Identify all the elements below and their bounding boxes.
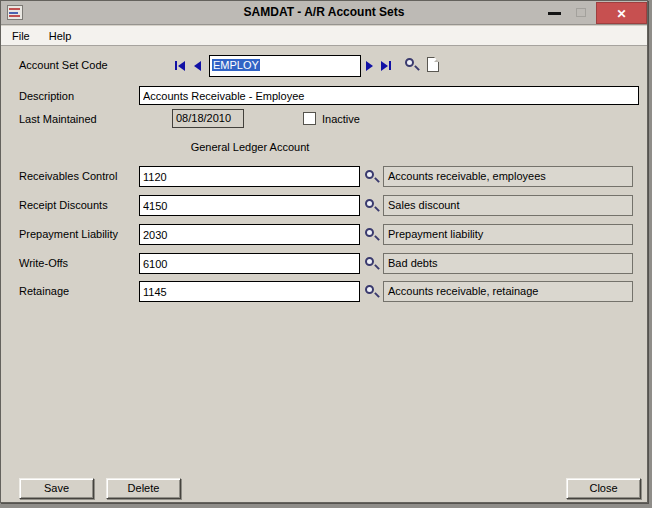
inactive-checkbox[interactable] (303, 112, 316, 125)
delete-button[interactable]: Delete (106, 478, 181, 499)
nav-last-button[interactable] (381, 60, 391, 71)
maximize-icon (576, 8, 586, 17)
description-label: Description (19, 90, 74, 102)
gl-account-description: Bad debts (383, 253, 633, 274)
new-record-icon[interactable] (427, 57, 439, 72)
finder-search-icon[interactable] (364, 256, 380, 272)
title-bar: SAMDAT - A/R Account Sets ✕ (1, 1, 647, 25)
gl-account-description: Accounts receivable, employees (383, 166, 633, 187)
gl-row-label: Receivables Control (19, 170, 117, 182)
account-set-code-input[interactable]: EMPLOY (209, 55, 361, 77)
gl-account-input[interactable] (139, 195, 360, 216)
nav-first-button[interactable] (175, 60, 185, 71)
nav-previous-button[interactable] (194, 60, 201, 71)
finder-search-icon[interactable] (364, 198, 380, 214)
finder-search-icon[interactable] (404, 57, 420, 73)
gl-section-header: General Ledger Account (139, 141, 361, 153)
gl-row-label: Retainage (19, 285, 69, 297)
gl-row-label: Prepayment Liability (19, 228, 118, 240)
last-maintained-value: 08/18/2010 (172, 109, 244, 128)
maximize-button[interactable] (568, 1, 594, 24)
menu-file[interactable]: File (4, 26, 38, 46)
last-maintained-label: Last Maintained (19, 113, 97, 125)
minimize-icon (548, 12, 561, 15)
gl-account-input[interactable] (139, 224, 360, 245)
gl-account-description: Accounts receivable, retainage (383, 281, 633, 302)
menu-bar: File Help (1, 26, 647, 46)
menu-help[interactable]: Help (41, 26, 80, 46)
gl-row-label: Receipt Discounts (19, 199, 108, 211)
nav-next-button[interactable] (366, 60, 373, 71)
close-window-button[interactable]: ✕ (596, 2, 647, 24)
finder-search-icon[interactable] (364, 284, 380, 300)
gl-account-description: Sales discount (383, 195, 633, 216)
save-button[interactable]: Save (19, 478, 94, 499)
gl-row-label: Write-Offs (19, 257, 68, 269)
account-set-code-value: EMPLOY (212, 59, 260, 71)
minimize-button[interactable] (541, 1, 567, 24)
account-set-code-label: Account Set Code (19, 59, 108, 71)
gl-account-input[interactable] (139, 253, 360, 274)
gl-account-input[interactable] (139, 166, 360, 187)
app-window: SAMDAT - A/R Account Sets ✕ File Help Ac… (0, 0, 648, 503)
inactive-label: Inactive (322, 113, 360, 125)
finder-search-icon[interactable] (364, 169, 380, 185)
gl-account-input[interactable] (139, 281, 360, 302)
gl-account-description: Prepayment liability (383, 224, 633, 245)
form-area: Account Set Code EMPLOY Description Last… (1, 47, 647, 502)
close-button[interactable]: Close (566, 478, 641, 499)
finder-search-icon[interactable] (364, 227, 380, 243)
description-input[interactable] (139, 86, 639, 105)
